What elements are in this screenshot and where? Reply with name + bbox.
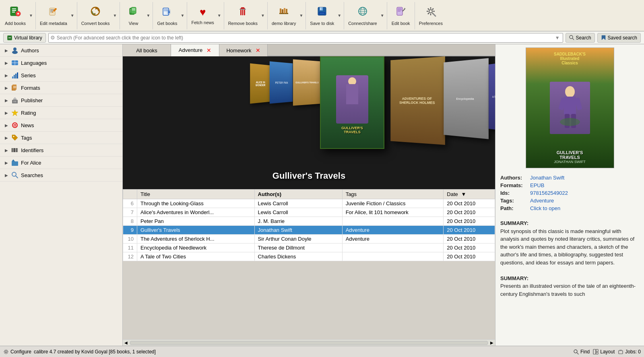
- search-gear-icon[interactable]: ⚙: [50, 35, 55, 41]
- sidebar-item-identifiers[interactable]: ▶ Identifiers: [0, 144, 122, 157]
- row-tags: Adventure: [342, 226, 444, 235]
- table-row[interactable]: 7 Alice's Adventures in Wonderl... Lewis…: [123, 208, 495, 217]
- table-row[interactable]: 8 Peter Pan J. M. Barrie 20 Oct 2010: [123, 217, 495, 226]
- fetch-news-icon: ♥: [200, 6, 206, 19]
- row-authors: Jonathan Swift: [254, 226, 342, 235]
- table-row[interactable]: 10 The Adventures of Sherlock H... Sir A…: [123, 235, 495, 244]
- info-row-authors: Authors: Jonathan Swift: [500, 175, 639, 181]
- table-row[interactable]: 9 Gulliver's Travels Jonathan Swift Adve…: [123, 226, 495, 235]
- edit-metadata-button[interactable]: Edit metadata: [37, 2, 70, 29]
- for-alice-label: For Alice: [21, 160, 41, 166]
- jobs-button[interactable]: Jobs: 0: [618, 349, 641, 355]
- sidebar-item-searches[interactable]: ▶ Searches: [0, 169, 122, 182]
- info-row-formats: Formats: EPUB: [500, 182, 639, 188]
- searchbar: Virtual library ⚙ ▼ Search Saved search: [0, 31, 644, 44]
- table-row[interactable]: 12 A Tale of Two Cities Charles Dickens …: [123, 252, 495, 261]
- get-books-dropdown[interactable]: ▼: [180, 2, 186, 29]
- sidebar-item-formats[interactable]: ▶ Formats: [0, 82, 122, 94]
- sidebar-item-tags[interactable]: ▶ Tags: [0, 132, 122, 144]
- cover-title: Gulliver's Travels: [272, 171, 345, 181]
- add-books-button[interactable]: Add books: [2, 2, 28, 29]
- tags-info-value[interactable]: Adventure: [530, 198, 554, 204]
- view-button[interactable]: View: [122, 2, 146, 29]
- col-authors[interactable]: Author(s): [254, 190, 342, 199]
- sidebar-item-rating[interactable]: ▶ Rating: [0, 107, 122, 119]
- for-alice-icon: [11, 159, 19, 166]
- layout-button[interactable]: Layout: [593, 349, 615, 355]
- sidebar-item-news[interactable]: ▶ News: [0, 119, 122, 132]
- convert-books-button[interactable]: Convert books: [79, 2, 112, 29]
- summary-text-2: Presents an illustrated version of the t…: [500, 283, 636, 297]
- get-books-button[interactable]: Get books: [155, 2, 180, 29]
- tab-adventure-close[interactable]: ✕: [206, 47, 211, 54]
- svg-line-114: [7, 353, 8, 353]
- table-row[interactable]: 6 Through the Looking-Glass Lewis Carrol…: [123, 199, 495, 208]
- searches-icon: [11, 171, 19, 179]
- status-text: calibre 4.7 created by Kovid Goyal [85 b…: [34, 349, 156, 355]
- virtual-library-button[interactable]: Virtual library: [3, 33, 46, 43]
- search-dropdown-arrow[interactable]: ▼: [554, 35, 561, 41]
- add-books-dropdown[interactable]: ▼: [28, 2, 34, 29]
- tab-homework[interactable]: Homework ✕: [219, 44, 268, 56]
- edit-book-button[interactable]: Edit book: [389, 2, 413, 29]
- ids-info-value[interactable]: 9781562549022: [530, 190, 568, 196]
- sidebar-item-languages[interactable]: ▶ Languages: [0, 57, 122, 69]
- save-to-disk-button[interactable]: Save to disk: [308, 2, 336, 29]
- cover-display[interactable]: ALICE IN WONDER PETER PAN GULLIVER'S TRA…: [123, 56, 495, 189]
- sidebar-item-authors[interactable]: ▶ Authors: [0, 44, 122, 57]
- find-button[interactable]: Find: [573, 349, 590, 355]
- tab-homework-close[interactable]: ✕: [256, 47, 260, 54]
- formats-info-value[interactable]: EPUB: [530, 182, 544, 188]
- svg-rect-92: [13, 148, 13, 152]
- hscroll-right-arrow[interactable]: ▶: [489, 340, 495, 345]
- convert-books-dropdown[interactable]: ▼: [112, 2, 118, 29]
- connect-share-label: Connect/share: [348, 21, 377, 26]
- col-tags[interactable]: Tags: [342, 190, 444, 199]
- demo-library-dropdown[interactable]: ▼: [298, 2, 304, 29]
- edit-metadata-dropdown[interactable]: ▼: [70, 2, 75, 29]
- col-title[interactable]: Title: [137, 190, 255, 199]
- search-button[interactable]: Search: [566, 33, 595, 43]
- authors-info-value[interactable]: Jonathan Swift: [530, 175, 564, 181]
- sidebar-item-publisher[interactable]: ▶ Publisher: [0, 94, 122, 107]
- fetch-news-button[interactable]: ♥ Fetch news: [189, 2, 216, 29]
- col-date[interactable]: Date ▼: [444, 190, 495, 199]
- remove-books-dropdown[interactable]: ▼: [260, 2, 266, 29]
- virtual-library-label: Virtual library: [14, 35, 42, 41]
- svg-rect-119: [593, 349, 596, 354]
- row-date: 20 Oct 2010: [444, 252, 495, 261]
- tags-label: Tags: [21, 135, 32, 141]
- row-title: Through the Looking-Glass: [137, 199, 255, 208]
- fetch-news-dropdown[interactable]: ▼: [217, 2, 222, 29]
- connect-share-dropdown[interactable]: ▼: [380, 2, 385, 29]
- path-info-value[interactable]: Click to open: [530, 205, 560, 211]
- identifiers-label: Identifiers: [21, 147, 43, 153]
- tab-all-books[interactable]: All books: [123, 44, 171, 56]
- book-cover-item: A TALE OF TWO CITIES: [489, 60, 495, 133]
- sidebar-item-for-alice[interactable]: ▶ For Alice: [0, 157, 122, 169]
- book-cover-item: GULLIVER'S TRAVELS: [293, 59, 321, 105]
- search-input[interactable]: [57, 35, 554, 41]
- demo-library-button[interactable]: demo library: [269, 2, 299, 29]
- remove-books-label: Remove books: [228, 21, 258, 26]
- hscroll-track[interactable]: [130, 341, 488, 345]
- formats-info-label: Formats:: [500, 182, 528, 188]
- publisher-label: Publisher: [21, 97, 43, 103]
- saved-search-button[interactable]: Saved search: [597, 33, 641, 43]
- svg-line-61: [433, 14, 436, 16]
- tab-adventure[interactable]: Adventure ✕: [171, 44, 219, 56]
- table-hscroll[interactable]: ◀ ▶: [123, 339, 495, 346]
- svg-rect-29: [242, 10, 244, 15]
- preferences-button[interactable]: Preferences: [417, 2, 445, 29]
- save-to-disk-dropdown[interactable]: ▼: [336, 2, 342, 29]
- preferences-icon: [425, 6, 436, 19]
- table-row[interactable]: 11 Encyclopedia of Needlework Therese de…: [123, 244, 495, 252]
- hscroll-left-arrow[interactable]: ◀: [123, 340, 129, 345]
- connect-share-button[interactable]: Connect/share: [346, 2, 380, 29]
- sidebar-item-series[interactable]: ▶ Series: [0, 69, 122, 82]
- svg-point-108: [5, 351, 7, 353]
- view-dropdown[interactable]: ▼: [146, 2, 151, 29]
- book-table-wrapper[interactable]: Title Author(s) Tags Date ▼: [123, 189, 495, 339]
- configure-button[interactable]: Configure: [3, 349, 31, 355]
- remove-books-button[interactable]: Remove books: [226, 2, 260, 29]
